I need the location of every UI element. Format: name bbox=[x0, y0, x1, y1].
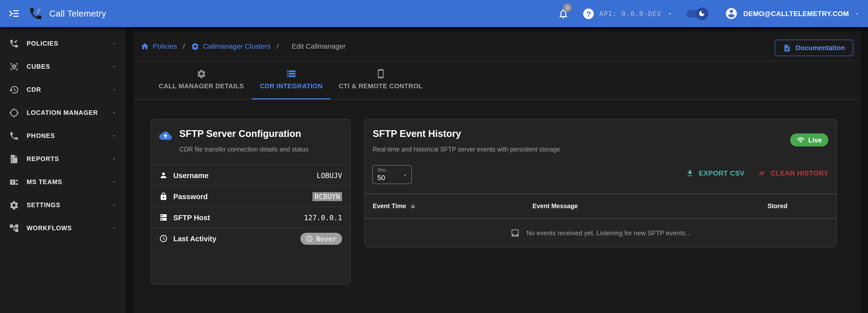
chevron-down-icon bbox=[112, 156, 117, 162]
breadcrumb-separator: / bbox=[277, 42, 279, 50]
config-row-labelgroup: Password bbox=[159, 192, 208, 201]
account-menu[interactable]: DEMO@CALLTELEMETRY.COM bbox=[724, 7, 860, 20]
sidebar-item-label: CDR bbox=[27, 86, 41, 93]
chevron-down-icon bbox=[112, 226, 117, 231]
cube-icon bbox=[9, 62, 19, 72]
sidebar-item-label: MS TEAMS bbox=[27, 179, 62, 185]
theme-toggle-knob bbox=[695, 7, 708, 20]
breadcrumb-current-edit-callmanager: Edit Callmanager bbox=[291, 42, 346, 50]
card-title: SFTP Server Configuration bbox=[179, 129, 301, 139]
config-row-last-activity: Last ActivityNever bbox=[151, 228, 350, 249]
column-header-event-time[interactable]: Event Time bbox=[373, 203, 532, 210]
last-activity-badge: Never bbox=[301, 233, 342, 245]
sftp-config-card-header: SFTP Server Configuration CDR file trans… bbox=[151, 119, 350, 165]
arrow-down-icon bbox=[410, 203, 417, 210]
clear-all-icon bbox=[758, 169, 766, 178]
sidebar-item-label: PHONES bbox=[27, 132, 55, 139]
config-row-labelgroup: Last Activity bbox=[159, 234, 216, 243]
svg-text:T: T bbox=[11, 180, 14, 184]
sidebar-item-label: CUBES bbox=[27, 63, 50, 70]
chevron-down-icon bbox=[402, 173, 408, 178]
documentation-button[interactable]: Documentation bbox=[774, 40, 854, 56]
config-row-username: UsernameLOBUJV bbox=[151, 165, 350, 186]
chevron-down-icon bbox=[112, 110, 117, 115]
config-row-label: Password bbox=[173, 193, 208, 200]
wifi-icon bbox=[797, 136, 805, 144]
tab-cti-remote-control[interactable]: CTI & REMOTE CONTROL bbox=[331, 67, 431, 99]
sidebar-item-settings[interactable]: SETTINGS bbox=[0, 194, 126, 217]
chevron-down-icon bbox=[112, 41, 117, 46]
sidebar-item-label: SETTINGS bbox=[27, 202, 61, 209]
config-row-labelgroup: Username bbox=[159, 171, 209, 180]
config-row-value: RCBUYN bbox=[313, 192, 342, 201]
sidebar-nav: POLICIESCUBESCDRLOCATION MANAGERPHONESRE… bbox=[0, 27, 126, 313]
sidebar-item-policies[interactable]: POLICIES bbox=[0, 32, 126, 55]
api-version-dropdown[interactable]: ? API: 0.0.0-DEV bbox=[583, 8, 672, 19]
tab-cdr-integration[interactable]: CDR INTEGRATION bbox=[252, 67, 331, 99]
gear-icon bbox=[9, 200, 19, 210]
avatar bbox=[724, 7, 738, 20]
config-row-value: Never bbox=[316, 235, 337, 243]
sidebar-item-phones[interactable]: PHONES bbox=[0, 125, 126, 147]
show-rows-select[interactable]: Sho... 50 bbox=[372, 165, 412, 184]
chevron-down-icon bbox=[112, 180, 117, 184]
config-row-sftp-host: SFTP Host127.0.0.1 bbox=[151, 207, 350, 228]
show-rows-select-value: 50 bbox=[377, 174, 385, 182]
config-row-password: PasswordRCBUYN bbox=[151, 186, 350, 207]
sidebar-item-cdr[interactable]: CDR bbox=[0, 78, 126, 101]
notifications-button[interactable]: 0 bbox=[558, 8, 569, 19]
breadcrumb-link-policies[interactable]: Policies bbox=[141, 42, 177, 50]
sidebar-item-cubes[interactable]: CUBES bbox=[0, 55, 126, 78]
clear-history-label: CLEAR HISTORY bbox=[771, 170, 828, 177]
tab-call-manager-details[interactable]: CALL MANAGER DETAILS bbox=[151, 67, 252, 99]
theme-toggle[interactable] bbox=[686, 10, 707, 17]
sidebar-item-label: WORKFLOWS bbox=[27, 225, 72, 232]
gear-icon bbox=[191, 42, 199, 50]
notification-badge: 0 bbox=[563, 3, 571, 12]
help-icon[interactable]: ? bbox=[583, 8, 594, 19]
clock-icon bbox=[159, 234, 168, 243]
tabs-divider bbox=[134, 99, 861, 100]
report-file-icon bbox=[9, 154, 19, 164]
sidebar-item-label: REPORTS bbox=[27, 155, 59, 163]
topbar-actions: 0 ? API: 0.0.0-DEV DEMO@CALLTELEMETRY.CO… bbox=[558, 7, 860, 20]
main-content: Policies/Callmanager Clusters/Edit Callm… bbox=[134, 27, 861, 313]
chevron-down-icon bbox=[667, 11, 672, 16]
breadcrumb: Policies/Callmanager Clusters/Edit Callm… bbox=[141, 37, 346, 55]
server-icon bbox=[159, 213, 168, 222]
workflow-tree-icon bbox=[9, 223, 19, 233]
card-title: SFTP Event History bbox=[373, 129, 461, 139]
sidebar-item-location-manager[interactable]: LOCATION MANAGER bbox=[0, 101, 126, 125]
phone-icon bbox=[9, 131, 19, 141]
cloud-upload-icon bbox=[159, 130, 172, 142]
gear-icon bbox=[196, 69, 206, 79]
phone-logo-icon bbox=[28, 6, 43, 21]
breadcrumb-link-callmanager-clusters[interactable]: Callmanager Clusters bbox=[191, 42, 271, 50]
clock-icon bbox=[306, 235, 313, 242]
lock-icon bbox=[159, 192, 168, 201]
person-icon bbox=[159, 171, 168, 180]
sftp-config-card: SFTP Server Configuration CDR file trans… bbox=[151, 119, 351, 284]
live-status-label: Live bbox=[808, 136, 822, 144]
breadcrumb-label: Policies bbox=[153, 42, 177, 50]
menu-indent-icon[interactable] bbox=[8, 7, 20, 20]
export-csv-button[interactable]: EXPORT CSV bbox=[686, 169, 745, 178]
account-email: DEMO@CALLTELEMETRY.COM bbox=[743, 10, 849, 17]
tab-label: CTI & REMOTE CONTROL bbox=[339, 82, 423, 90]
sidebar-item-ms-teams[interactable]: TMS TEAMS bbox=[0, 171, 126, 194]
show-rows-select-label: Sho... bbox=[377, 168, 389, 173]
inbox-icon bbox=[510, 228, 520, 238]
config-row-label: Last Activity bbox=[173, 235, 216, 243]
clear-history-button[interactable]: CLEAR HISTORY bbox=[758, 169, 828, 178]
storage-icon bbox=[286, 69, 297, 79]
column-header-event-message: Event Message bbox=[532, 203, 768, 210]
breadcrumb-label: Callmanager Clusters bbox=[203, 42, 271, 50]
breadcrumb-label: Edit Callmanager bbox=[291, 42, 346, 50]
smartphone-icon bbox=[376, 69, 386, 79]
sidebar-item-reports[interactable]: REPORTS bbox=[0, 147, 126, 171]
column-header-label: Event Message bbox=[532, 203, 578, 210]
chevron-down-icon bbox=[112, 87, 117, 92]
sidebar-item-workflows[interactable]: WORKFLOWS bbox=[0, 217, 126, 240]
breadcrumb-separator: / bbox=[183, 42, 185, 50]
top-bar: Call Telemetry 0 ? API: 0.0.0-DEV DEMO@C… bbox=[0, 0, 868, 27]
